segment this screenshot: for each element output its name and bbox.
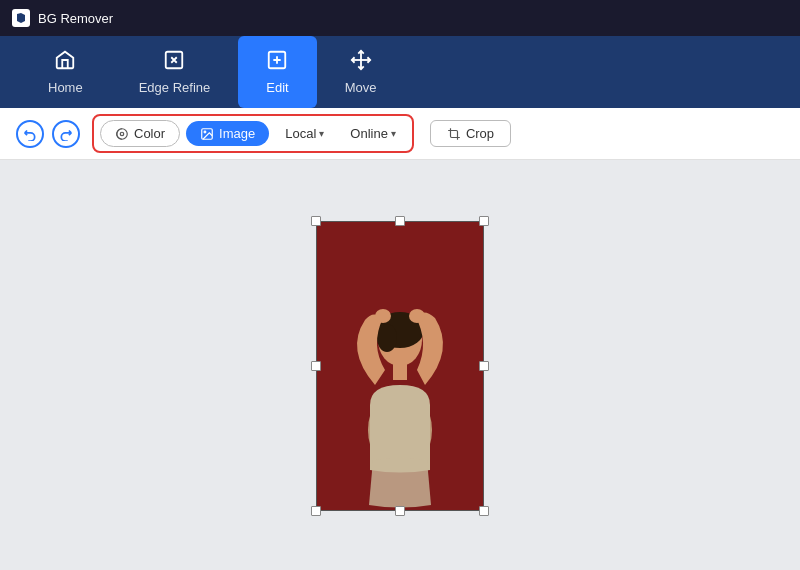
redo-button[interactable]	[52, 120, 80, 148]
color-button-label: Color	[134, 126, 165, 141]
nav-item-move[interactable]: Move	[317, 36, 405, 108]
image-button[interactable]: Image	[186, 121, 269, 146]
nav-label-home: Home	[48, 80, 83, 95]
handle-middle-right[interactable]	[479, 361, 489, 371]
move-icon	[350, 49, 372, 74]
color-button[interactable]: Color	[100, 120, 180, 147]
handle-middle-left[interactable]	[311, 361, 321, 371]
nav-item-home[interactable]: Home	[20, 36, 111, 108]
nav-item-edge-refine[interactable]: Edge Refine	[111, 36, 239, 108]
nav-label-edge-refine: Edge Refine	[139, 80, 211, 95]
edit-icon	[266, 49, 288, 74]
navbar: Home Edge Refine Edit Move	[0, 36, 800, 108]
svg-rect-12	[393, 360, 407, 380]
online-dropdown-button[interactable]: Online ▾	[340, 121, 406, 146]
handle-bottom-left[interactable]	[311, 506, 321, 516]
local-dropdown-button[interactable]: Local ▾	[275, 121, 334, 146]
handle-top-right[interactable]	[479, 216, 489, 226]
home-icon	[54, 49, 76, 74]
crop-button-label: Crop	[466, 126, 494, 141]
svg-point-7	[204, 131, 206, 133]
handle-bottom-center[interactable]	[395, 506, 405, 516]
nav-item-edit[interactable]: Edit	[238, 36, 316, 108]
image-container[interactable]	[316, 221, 484, 511]
app-title: BG Remover	[38, 11, 113, 26]
image-background	[316, 221, 484, 511]
svg-point-11	[377, 324, 397, 352]
canvas-area	[0, 160, 800, 570]
titlebar: BG Remover	[0, 0, 800, 36]
nav-label-move: Move	[345, 80, 377, 95]
svg-point-14	[375, 309, 391, 323]
undo-button[interactable]	[16, 120, 44, 148]
handle-top-left[interactable]	[311, 216, 321, 226]
handle-bottom-right[interactable]	[479, 506, 489, 516]
online-chevron-icon: ▾	[391, 128, 396, 139]
edge-refine-icon	[163, 49, 185, 74]
handle-top-center[interactable]	[395, 216, 405, 226]
image-button-label: Image	[219, 126, 255, 141]
online-label: Online	[350, 126, 388, 141]
svg-point-13	[409, 309, 425, 323]
nav-label-edit: Edit	[266, 80, 288, 95]
background-options-group: Color Image Local ▾ Online ▾	[92, 114, 414, 153]
svg-point-5	[120, 132, 124, 136]
local-chevron-icon: ▾	[319, 128, 324, 139]
toolbar: Color Image Local ▾ Online ▾ Crop	[0, 108, 800, 160]
local-label: Local	[285, 126, 316, 141]
crop-button[interactable]: Crop	[430, 120, 511, 147]
person-figure	[335, 230, 465, 510]
app-icon	[12, 9, 30, 27]
